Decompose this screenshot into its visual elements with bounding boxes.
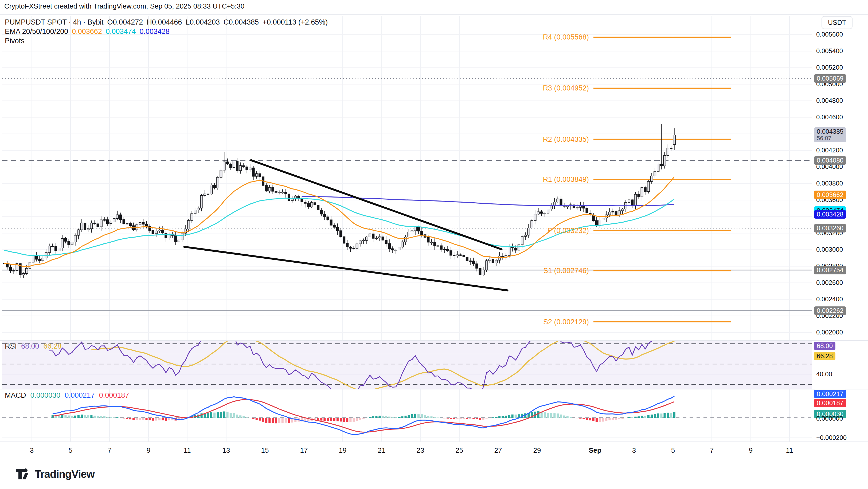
macd-line-value: 0.000217 xyxy=(65,391,95,399)
change-value: +0.000113 (+2.65%) xyxy=(262,18,328,27)
price-badge: 0.00438556:07 xyxy=(814,127,846,142)
indicator-axis-label: 40.00 xyxy=(816,370,832,378)
price-badge: 0.005069 xyxy=(814,74,846,83)
tradingview-logo-text: TradingView xyxy=(35,468,95,480)
symbol-title: PUMPUSDT SPOT · 4h · Bybit xyxy=(5,18,104,27)
macd-signal-value: 0.000187 xyxy=(99,391,129,399)
rsi-ma-value: 66.28 xyxy=(43,342,62,351)
macd-hist-value: 0.000030 xyxy=(30,391,61,399)
date-tick-label: 7 xyxy=(710,446,714,455)
date-tick-label: 23 xyxy=(416,446,424,455)
chart-page: CryptoFXStreet created with TradingView.… xyxy=(0,0,868,489)
date-tick-label: 19 xyxy=(339,446,347,455)
date-tick-label: 9 xyxy=(147,446,150,455)
date-tick-label: 3 xyxy=(632,446,636,455)
macd-legend[interactable]: MACD 0.000030 0.000217 0.000187 xyxy=(5,391,129,399)
date-tick-label: 9 xyxy=(749,446,753,455)
date-tick-label: 3 xyxy=(30,446,34,455)
chart-legend: PUMPUSDT SPOT · 4h · Bybit O0.004272 H0.… xyxy=(5,18,328,46)
indicator-badge: 0.000187 xyxy=(814,399,846,407)
ema-value-200: 0.003428 xyxy=(140,27,169,36)
tradingview-logo[interactable]: TradingView xyxy=(16,466,95,482)
price-tick-label: 0.003000 xyxy=(816,246,843,253)
ema-row[interactable]: EMA 20/50/100/200 0.003662 0.003474 0.00… xyxy=(5,27,328,36)
ohlc-high: H0.004466 xyxy=(147,18,182,27)
pivot-level-label: R4 (0.005568) xyxy=(543,33,589,41)
rsi-value: 68.00 xyxy=(21,342,39,351)
date-tick-label: Sep xyxy=(589,446,601,455)
ohlc-close: C0.004385 xyxy=(223,18,259,27)
price-tick-label: 0.004800 xyxy=(816,97,843,104)
macd-label: MACD xyxy=(5,391,26,399)
indicator-axis-label: 0.000000 xyxy=(816,415,843,422)
indicator-axis-label: −0.000200 xyxy=(816,434,847,442)
date-tick-label: 5 xyxy=(69,446,72,455)
pivot-level-label: S1 (0.002746) xyxy=(543,267,589,275)
currency-scale-button[interactable]: USDT xyxy=(822,16,852,29)
price-badge: 0.004080 xyxy=(814,156,846,165)
price-tick-label: 0.004200 xyxy=(816,146,843,154)
price-badge: 0.003428 xyxy=(814,210,846,219)
pivots-label: Pivots xyxy=(5,36,25,46)
price-badge: 0.003260 xyxy=(814,224,846,232)
credit-line: CryptoFXStreet created with TradingView.… xyxy=(4,2,244,10)
ohlc-low: L0.004203 xyxy=(186,18,220,27)
price-badge: 0.002754 xyxy=(814,266,846,274)
price-tick-label: 0.002600 xyxy=(816,279,843,286)
pivot-level-label: R1 (0.003849) xyxy=(543,175,589,184)
date-tick-label: 7 xyxy=(107,446,112,455)
countdown-timer: 56:07 xyxy=(817,135,843,141)
price-tick-label: 0.002000 xyxy=(816,329,843,336)
pivots-row[interactable]: Pivots xyxy=(5,36,328,46)
rsi-legend[interactable]: RSI 68.00 66.28 xyxy=(5,342,61,351)
ema-value-50: 0.003474 xyxy=(106,27,136,36)
pivot-level-label: P (0.003232) xyxy=(547,226,589,235)
indicator-badge: 0.000217 xyxy=(814,390,846,398)
rsi-label: RSI xyxy=(5,342,17,351)
ema-label: EMA 20/50/100/200 xyxy=(5,27,68,36)
date-tick-label: 27 xyxy=(494,446,502,455)
pivot-level-label: R2 (0.004335) xyxy=(543,135,589,143)
date-tick-label: 13 xyxy=(222,446,230,455)
price-badge: 0.003662 xyxy=(814,191,846,199)
price-tick-label: 0.005200 xyxy=(816,64,843,71)
date-tick-label: 11 xyxy=(184,446,191,455)
date-tick-label: 29 xyxy=(533,446,541,455)
symbol-row[interactable]: PUMPUSDT SPOT · 4h · Bybit O0.004272 H0.… xyxy=(5,18,328,27)
ohlc-open: O0.004272 xyxy=(107,18,143,27)
indicator-badge: 68.00 xyxy=(814,341,835,350)
indicator-badge: 66.28 xyxy=(814,352,835,360)
date-tick-label: 15 xyxy=(261,446,269,455)
date-tick-label: 25 xyxy=(456,446,463,455)
price-tick-label: 0.003800 xyxy=(816,180,843,187)
chart-canvas[interactable] xyxy=(0,0,868,489)
date-tick-label: 5 xyxy=(671,446,675,455)
date-tick-label: 21 xyxy=(378,446,386,455)
price-tick-label: 0.005600 xyxy=(816,31,843,38)
price-tick-label: 0.002400 xyxy=(816,295,843,303)
price-tick-label: 0.005400 xyxy=(816,47,843,55)
tradingview-icon xyxy=(16,466,30,482)
pivot-level-label: S2 (0.002129) xyxy=(543,318,589,326)
pivot-level-label: R3 (0.004952) xyxy=(543,84,589,92)
date-tick-label: 17 xyxy=(300,446,308,455)
date-tick-label: 11 xyxy=(786,446,793,455)
price-tick-label: 0.004600 xyxy=(816,113,843,121)
price-badge: 0.002262 xyxy=(814,306,846,315)
ema-value-20: 0.003662 xyxy=(72,27,102,36)
